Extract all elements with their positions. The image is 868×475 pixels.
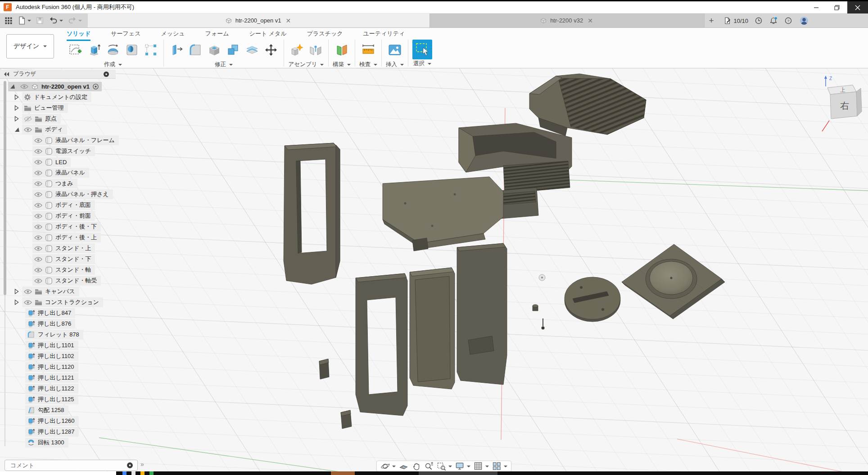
model-part-stand-base[interactable] bbox=[565, 277, 620, 322]
look-at-icon[interactable] bbox=[399, 462, 408, 471]
fillet-icon[interactable] bbox=[187, 40, 204, 60]
tree-item-body-12[interactable]: ボディ・前面 bbox=[32, 211, 95, 221]
document-tab-active[interactable]: htr-2200_open v1 ✕ bbox=[88, 13, 430, 27]
viewports-icon[interactable] bbox=[492, 462, 507, 471]
tree-item-body-15[interactable]: スタンド・上 bbox=[32, 243, 95, 253]
tree-item-body-7[interactable]: LED bbox=[32, 157, 71, 167]
visibility-eye-icon[interactable] bbox=[34, 213, 42, 219]
model-part-knob[interactable] bbox=[319, 359, 329, 379]
redo-button[interactable] bbox=[66, 15, 83, 26]
visibility-eye-icon[interactable] bbox=[34, 181, 42, 187]
visibility-eye-icon[interactable] bbox=[24, 300, 32, 305]
model-part-power-switch[interactable] bbox=[341, 410, 352, 429]
taskbar-active-app[interactable] bbox=[331, 471, 355, 475]
group-label-create[interactable]: 作成 bbox=[104, 61, 122, 68]
file-menu-button[interactable] bbox=[16, 15, 32, 26]
tree-collapsed-icon[interactable] bbox=[14, 116, 20, 121]
tree-collapsed-icon[interactable] bbox=[14, 289, 20, 294]
model-part-body-rear-top[interactable] bbox=[529, 74, 646, 136]
visibility-eye-off-icon[interactable] bbox=[24, 116, 32, 122]
grid-settings-icon[interactable] bbox=[474, 462, 489, 471]
model-part-base-board[interactable] bbox=[383, 177, 503, 251]
tree-expanded-icon[interactable] bbox=[14, 127, 20, 132]
browser-scrollbar[interactable] bbox=[4, 81, 6, 295]
tab-close-icon[interactable]: ✕ bbox=[285, 17, 293, 24]
visibility-eye-icon[interactable] bbox=[34, 278, 42, 284]
new-document-tab-button[interactable]: + bbox=[705, 13, 718, 27]
press-pull-icon[interactable] bbox=[168, 40, 185, 60]
tree-item-settings-1[interactable]: ドキュメントの設定 bbox=[14, 92, 91, 102]
undo-button[interactable] bbox=[47, 15, 64, 26]
browser-panel-header[interactable]: ブラウザ bbox=[0, 70, 116, 79]
tree-item-feature-extrude-22[interactable]: 押し出し876 bbox=[25, 319, 75, 329]
visibility-eye-icon[interactable] bbox=[34, 192, 42, 197]
tree-item-folder-3[interactable]: 原点 bbox=[14, 114, 61, 124]
taskbar-app-icon[interactable] bbox=[122, 471, 127, 475]
documents-counter[interactable]: 10/10 bbox=[723, 17, 748, 25]
workspace-selector[interactable]: デザイン bbox=[6, 34, 54, 58]
select-tool-icon[interactable] bbox=[412, 40, 432, 59]
taskbar-app-icon[interactable] bbox=[149, 471, 154, 475]
tree-item-feature-extrude-26[interactable]: 押し出し1120 bbox=[25, 362, 78, 372]
tree-item-feature-extrude-27[interactable]: 押し出し1121 bbox=[25, 373, 78, 383]
zoom-icon[interactable] bbox=[424, 462, 434, 471]
save-button[interactable] bbox=[34, 15, 45, 26]
minimize-button[interactable] bbox=[806, 1, 827, 13]
maximize-button[interactable] bbox=[827, 1, 847, 13]
app-grid-menu-icon[interactable] bbox=[3, 15, 14, 26]
model-part-back-panel[interactable] bbox=[457, 243, 507, 385]
tree-item-folder-19[interactable]: キャンバス bbox=[14, 287, 79, 296]
comment-panel-grip[interactable]: » bbox=[140, 461, 144, 468]
avatar[interactable] bbox=[799, 15, 809, 26]
viewcube[interactable]: Z 上 右 bbox=[821, 73, 868, 136]
model-part-shaft[interactable] bbox=[533, 305, 538, 311]
tree-collapsed-icon[interactable] bbox=[14, 105, 20, 111]
activate-component-icon[interactable] bbox=[92, 83, 99, 90]
tree-item-body-6[interactable]: 電源スイッチ bbox=[32, 146, 95, 156]
split-body-icon[interactable] bbox=[244, 40, 261, 60]
tree-item-feature-extrude-31[interactable]: 押し出し1260 bbox=[25, 416, 79, 426]
tree-item-folder-2[interactable]: ビュー管理 bbox=[14, 103, 68, 113]
tree-item-body-5[interactable]: 液晶パネル・フレーム bbox=[32, 135, 119, 145]
tree-collapsed-icon[interactable] bbox=[14, 94, 20, 100]
extrude-icon[interactable] bbox=[86, 40, 103, 60]
display-settings-icon[interactable] bbox=[455, 462, 470, 471]
tree-expanded-icon[interactable] bbox=[10, 84, 15, 89]
group-label-construct[interactable]: 構築 bbox=[333, 61, 351, 68]
combine-icon[interactable] bbox=[225, 40, 242, 60]
joint-icon[interactable] bbox=[307, 40, 324, 60]
help-icon[interactable]: ? bbox=[784, 16, 793, 25]
visibility-eye-icon[interactable] bbox=[34, 256, 42, 262]
close-button[interactable] bbox=[847, 1, 868, 13]
document-tab-inactive[interactable]: htr-2200 v32 ✕ bbox=[430, 13, 705, 27]
tab-close-icon[interactable]: ✕ bbox=[586, 17, 594, 24]
model-part-front-bezel[interactable] bbox=[284, 143, 340, 284]
visibility-eye-icon[interactable] bbox=[34, 267, 42, 273]
tree-item-component-0[interactable]: htr-2200_open v1 bbox=[8, 81, 102, 91]
tree-item-feature-draft-30[interactable]: 勾配 1258 bbox=[25, 405, 68, 415]
tree-collapsed-icon[interactable] bbox=[14, 300, 20, 305]
tree-item-body-18[interactable]: スタンド・軸受 bbox=[32, 276, 101, 286]
tree-item-feature-extrude-29[interactable]: 押し出し1125 bbox=[25, 394, 78, 404]
group-label-inspect[interactable]: 検査 bbox=[359, 61, 377, 68]
taskbar-app-icon[interactable] bbox=[131, 471, 136, 475]
visibility-eye-icon[interactable] bbox=[34, 224, 42, 230]
comment-input[interactable]: コメント bbox=[5, 460, 138, 471]
insert-image-icon[interactable] bbox=[386, 40, 403, 60]
model-part-pin[interactable] bbox=[542, 318, 545, 330]
revolve-icon[interactable] bbox=[104, 40, 122, 60]
move-copy-icon[interactable] bbox=[262, 40, 280, 60]
tree-item-feature-extrude-21[interactable]: 押し出し847 bbox=[25, 308, 75, 318]
tree-item-body-17[interactable]: スタンド・軸 bbox=[32, 265, 95, 275]
tree-item-body-11[interactable]: ボディ・底面 bbox=[32, 200, 95, 210]
comment-options-icon[interactable] bbox=[127, 462, 133, 469]
panel-options-icon[interactable] bbox=[103, 71, 109, 77]
taskbar-app-group[interactable] bbox=[419, 471, 497, 475]
taskbar-app-icon[interactable] bbox=[140, 471, 145, 475]
visibility-eye-icon[interactable] bbox=[34, 202, 42, 208]
create-sketch-icon[interactable] bbox=[67, 40, 84, 60]
notifications-bell-icon[interactable] bbox=[769, 16, 778, 25]
measure-icon[interactable] bbox=[360, 40, 377, 60]
hole-icon[interactable] bbox=[123, 40, 140, 60]
pattern-icon[interactable] bbox=[142, 40, 159, 60]
